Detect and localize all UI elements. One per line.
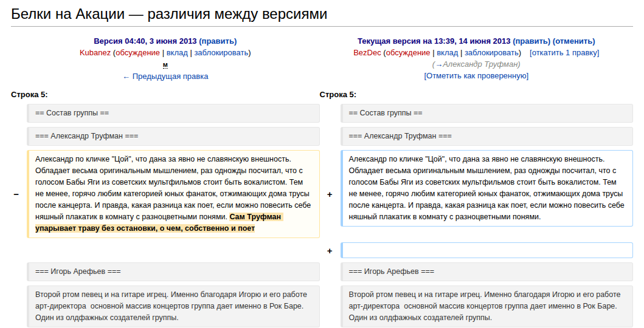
diff-marker-minus: −	[11, 190, 27, 199]
separator: |	[458, 48, 465, 57]
diff-table: Версия 04:40, 3 июня 2013 (править) Kuba…	[11, 34, 633, 327]
separator: |	[188, 48, 195, 57]
page-title: Белки на Акации — различия между версиям…	[11, 0, 633, 27]
deleted-line: Александр по кличке "Цой", что дана за я…	[27, 150, 320, 238]
edit-summary-autocomment: (→Александр Труфман)	[320, 58, 634, 70]
review-link[interactable]: [Отметить как проверенную]	[424, 71, 528, 80]
context-line: Второй ртом певец и на гитаре игрец. Име…	[27, 285, 320, 327]
deleted-line-text: Александр по кличке "Цой", что дана за я…	[35, 155, 313, 221]
context-line: === Александр Труфман ===	[341, 127, 634, 146]
previous-edit-link[interactable]: ← Предыдущая правка	[122, 72, 208, 81]
new-block-link[interactable]: заблокировать	[465, 48, 519, 57]
old-contribs-link[interactable]: вклад	[167, 48, 188, 57]
new-version-link[interactable]: Текущая версия на 13:39, 14 июня 2013	[358, 36, 511, 46]
paren: )	[518, 60, 520, 69]
old-edit-link[interactable]: (править)	[199, 36, 237, 46]
diff-page: Белки на Акации — различия между версиям…	[0, 0, 644, 328]
diff-marker-plus: +	[320, 190, 341, 199]
added-line-empty	[341, 242, 634, 258]
line-number-left: Строка 5:	[11, 90, 320, 99]
added-line: Александр по кличке "Цой", что дана за я…	[341, 150, 634, 227]
autocomment-section: Александр Труфман	[443, 60, 518, 69]
new-user-link[interactable]: BezDec	[353, 48, 381, 57]
context-line: == Состав группы ==	[341, 104, 634, 123]
separator: |	[160, 48, 167, 57]
old-revision-header: Версия 04:40, 3 июня 2013 (править) Kuba…	[11, 34, 320, 84]
old-user-link[interactable]: Kubanez	[80, 48, 111, 57]
old-block-link[interactable]: заблокировать	[194, 48, 248, 57]
new-undo-link[interactable]: (отменить)	[553, 36, 595, 46]
new-edit-link[interactable]: (править)	[513, 36, 550, 46]
context-line: Второй ртом певец и на гитаре игрец. Име…	[341, 285, 634, 327]
context-line: === Игорь Арефьев ===	[27, 262, 320, 281]
new-revision-header: Текущая версия на 13:39, 14 июня 2013 (п…	[320, 34, 634, 84]
new-contribs-link[interactable]: вклад	[437, 48, 458, 57]
autocomment-arrow-link[interactable]: →	[435, 60, 443, 69]
context-line: === Александр Труфман ===	[27, 127, 320, 146]
old-talk-link[interactable]: обсуждение	[116, 48, 160, 57]
rollback-link[interactable]: [откатить 1 правку]	[530, 48, 599, 57]
context-line: == Состав группы ==	[27, 104, 320, 123]
diff-marker-plus: +	[320, 246, 341, 255]
line-number-right: Строка 5:	[320, 90, 634, 99]
empty-cell	[27, 242, 320, 258]
paren: )	[248, 48, 251, 57]
new-talk-link[interactable]: обсуждение	[386, 48, 431, 57]
separator: |	[431, 48, 437, 57]
context-line: === Игорь Арефьев ===	[341, 262, 634, 281]
minor-edit-flag: м	[163, 61, 168, 69]
paren: )	[519, 48, 521, 57]
old-version-link[interactable]: Версия 04:40, 3 июня 2013	[94, 36, 196, 46]
